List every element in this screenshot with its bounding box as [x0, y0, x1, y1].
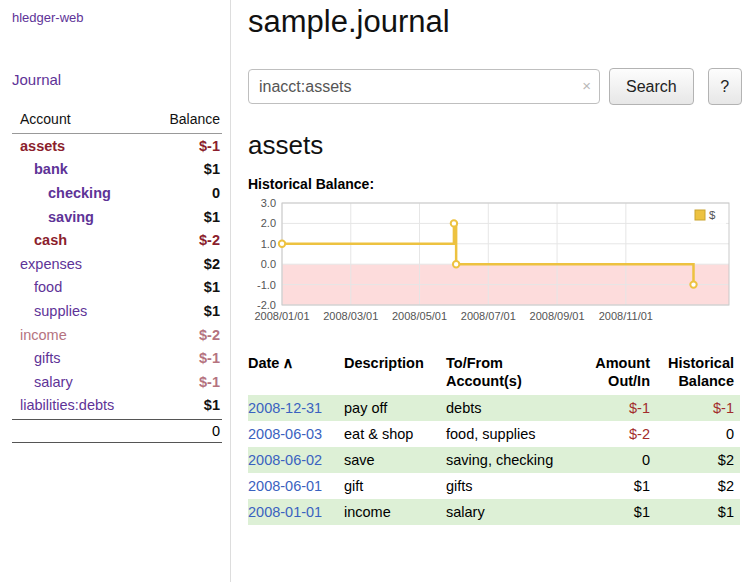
account-balance-gifts: $-1: [199, 350, 222, 366]
clear-search-icon[interactable]: ×: [582, 77, 591, 94]
accounts-header-account: Account: [20, 111, 71, 127]
register-row: 2008-06-01 gift gifts $1 $2: [248, 473, 740, 499]
account-balance-expenses: $2: [204, 256, 222, 272]
account-balance-cash: $-2: [199, 232, 222, 248]
account-row-expenses: expenses $2: [12, 252, 222, 276]
account-balance-food: $1: [204, 279, 222, 295]
transaction-amount: 0: [586, 447, 656, 473]
column-header-accounts: To/From Account(s): [446, 349, 586, 395]
transaction-amount: $-1: [586, 395, 656, 421]
register-row: 2008-12-31 pay off debts $-1 $-1: [248, 395, 740, 421]
account-link-saving[interactable]: saving: [48, 209, 204, 225]
svg-text:3.0: 3.0: [261, 197, 276, 209]
account-link-food[interactable]: food: [34, 279, 204, 295]
svg-text:2008/01/01: 2008/01/01: [254, 310, 309, 322]
account-heading: assets: [248, 130, 742, 161]
accounts-table: Account Balance assets $-1 bank $1 check…: [12, 108, 222, 443]
transaction-description: pay off: [344, 395, 446, 421]
help-button[interactable]: ?: [708, 68, 742, 105]
transaction-amount: $1: [586, 499, 656, 525]
account-link-supplies[interactable]: supplies: [34, 303, 204, 319]
main-content: sample.journal × Search ? assets Histori…: [231, 0, 742, 582]
account-row-food: food $1: [12, 276, 222, 300]
account-link-income[interactable]: income: [20, 327, 199, 343]
transaction-description: save: [344, 447, 446, 473]
account-link-checking[interactable]: checking: [48, 185, 212, 201]
svg-text:1.0: 1.0: [261, 238, 276, 250]
search-button[interactable]: Search: [609, 68, 694, 105]
account-row-liabilities-debts: liabilities:debts $1: [12, 394, 222, 418]
sidebar: hledger-web Journal Account Balance asse…: [0, 0, 231, 582]
register-row: 2008-06-02 save saving, checking 0 $2: [248, 447, 740, 473]
transaction-date-link[interactable]: 2008-06-02: [248, 452, 322, 468]
account-row-bank: bank $1: [12, 158, 222, 182]
transaction-description: gift: [344, 473, 446, 499]
sidebar-item-journal[interactable]: Journal: [12, 71, 222, 88]
account-balance-saving: $1: [204, 209, 222, 225]
account-link-liabilities-debts[interactable]: liabilities:debts: [20, 397, 204, 413]
transaction-amount: $1: [586, 473, 656, 499]
transaction-date-link[interactable]: 2008-06-01: [248, 478, 322, 494]
svg-text:$: $: [709, 209, 716, 221]
account-link-gifts[interactable]: gifts: [34, 350, 199, 366]
register-table: Date∧ Description To/From Account(s) Amo…: [248, 349, 740, 525]
transaction-accounts: salary: [446, 499, 586, 525]
transaction-balance: 0: [656, 421, 740, 447]
account-row-salary: salary $-1: [12, 370, 222, 394]
account-balance-liabilities-debts: $1: [204, 397, 222, 413]
account-balance-salary: $-1: [199, 374, 222, 390]
search-input[interactable]: [248, 69, 600, 104]
sort-ascending-icon: ∧: [282, 354, 293, 371]
app-title-link[interactable]: hledger-web: [12, 10, 222, 25]
account-balance-income: $-2: [199, 327, 222, 343]
account-link-bank[interactable]: bank: [34, 161, 204, 177]
transaction-date-link[interactable]: 2008-06-03: [248, 426, 322, 442]
balance-chart: 3.02.01.00.0-1.0-2.02008/01/012008/03/01…: [248, 197, 742, 335]
account-link-cash[interactable]: cash: [34, 232, 199, 248]
column-header-date-label: Date: [248, 355, 279, 371]
account-link-assets[interactable]: assets: [20, 138, 199, 154]
register-row: 2008-01-01 income salary $1 $1: [248, 499, 740, 525]
accounts-header-balance: Balance: [169, 111, 220, 127]
account-link-expenses[interactable]: expenses: [20, 256, 204, 272]
svg-text:0.0: 0.0: [261, 258, 276, 270]
svg-text:2.0: 2.0: [261, 217, 276, 229]
svg-text:2008/07/01: 2008/07/01: [461, 310, 516, 322]
account-balance-checking: 0: [212, 185, 222, 201]
svg-text:2008/05/01: 2008/05/01: [392, 310, 447, 322]
account-row-checking: checking 0: [12, 181, 222, 205]
column-header-date[interactable]: Date∧: [248, 349, 344, 395]
balance-chart-svg: 3.02.01.00.0-1.0-2.02008/01/012008/03/01…: [248, 197, 735, 331]
transaction-balance: $2: [656, 473, 740, 499]
transaction-balance: $2: [656, 447, 740, 473]
transaction-accounts: debts: [446, 395, 586, 421]
register-header: Date∧ Description To/From Account(s) Amo…: [248, 349, 740, 395]
column-header-balance: Historical Balance: [656, 349, 740, 395]
account-link-salary[interactable]: salary: [34, 374, 199, 390]
account-row-assets: assets $-1: [12, 134, 222, 158]
account-row-saving: saving $1: [12, 205, 222, 229]
chart-title: Historical Balance:: [248, 176, 742, 192]
account-row-supplies: supplies $1: [12, 299, 222, 323]
account-balance-bank: $1: [204, 161, 222, 177]
page-title: sample.journal: [248, 4, 742, 40]
svg-text:2008/03/01: 2008/03/01: [323, 310, 378, 322]
transaction-description: income: [344, 499, 446, 525]
svg-text:2008/11/01: 2008/11/01: [599, 310, 653, 322]
account-row-cash: cash $-2: [12, 228, 222, 252]
svg-text:-1.0: -1.0: [257, 279, 276, 291]
column-header-description: Description: [344, 349, 446, 395]
transaction-balance: $1: [656, 499, 740, 525]
transaction-accounts: saving, checking: [446, 447, 586, 473]
account-row-gifts: gifts $-1: [12, 346, 222, 370]
accounts-total-row: 0: [12, 419, 222, 443]
app-window: hledger-web Journal Account Balance asse…: [0, 0, 742, 582]
transaction-date-link[interactable]: 2008-12-31: [248, 400, 322, 416]
transaction-date-link[interactable]: 2008-01-01: [248, 504, 322, 520]
account-balance-assets: $-1: [199, 138, 222, 154]
svg-text:2008/09/01: 2008/09/01: [530, 310, 585, 322]
transaction-description: eat & shop: [344, 421, 446, 447]
accounts-total-value: 0: [212, 423, 220, 439]
accounts-table-header: Account Balance: [12, 108, 222, 134]
column-header-amount: Amount Out/In: [586, 349, 656, 395]
